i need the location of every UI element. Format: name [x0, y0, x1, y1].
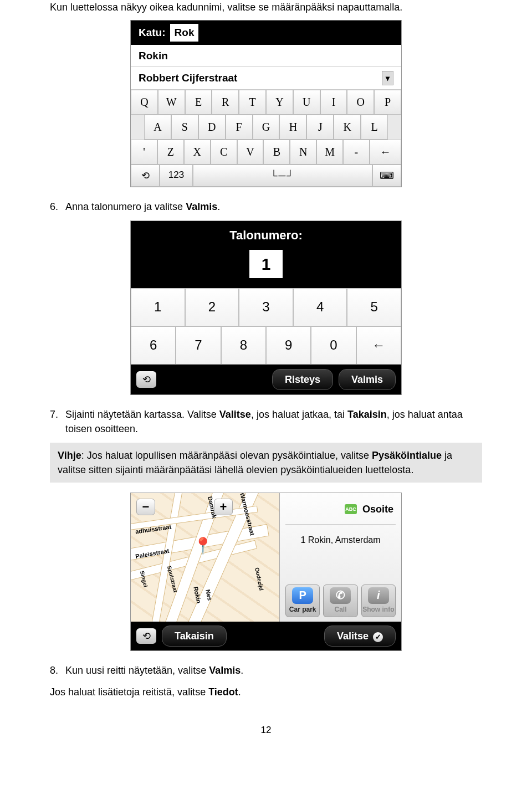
key-e[interactable]: E	[185, 90, 212, 115]
pushpin-icon: 📍	[193, 534, 213, 557]
select-button[interactable]: Valitse✓	[324, 626, 396, 647]
num-1[interactable]: 1	[131, 288, 185, 326]
call-tile[interactable]: ✆ Call	[323, 585, 357, 617]
text: Jos haluat lisätietoja reitistä, valitse	[50, 686, 208, 698]
step-6: 6. Anna talonumero ja valitse Valmis.	[50, 199, 482, 214]
suggestion-text: Rokin	[139, 48, 168, 64]
bold-term: Tiedot	[208, 686, 238, 698]
key-u[interactable]: U	[293, 90, 320, 115]
info-icon: i	[368, 587, 389, 604]
key-l[interactable]: L	[361, 115, 388, 140]
screenshot-numpad-wrap: Talonumero: 1 1 2 3 4 5 6 7 8 9 0 ← ⟲ R	[50, 221, 482, 395]
step-text: Kun uusi reitti näytetään, valitse Valmi…	[65, 663, 482, 678]
suggestion-row[interactable]: Rokin	[131, 45, 401, 68]
text: , jos haluat jatkaa, tai	[251, 409, 347, 420]
key-apos[interactable]: '	[131, 140, 157, 165]
num-6[interactable]: 6	[131, 326, 176, 365]
key-r[interactable]: R	[212, 90, 239, 115]
step-number: 6.	[50, 199, 65, 214]
zoom-out-button[interactable]: −	[136, 499, 155, 515]
key-c[interactable]: C	[211, 140, 237, 165]
select-button-label: Valitse	[337, 630, 369, 642]
text: Anna talonumero ja valitse	[65, 201, 186, 212]
back-icon[interactable]: ⟲	[136, 628, 156, 644]
num-9[interactable]: 9	[266, 326, 311, 365]
key-i[interactable]: I	[320, 90, 347, 115]
numpad-footer: ⟲ Risteys Valmis	[131, 365, 401, 394]
suggestion-list: Rokin Robbert Cijferstraat ▾	[131, 45, 401, 90]
key-o[interactable]: O	[347, 90, 374, 115]
num-2[interactable]: 2	[185, 288, 239, 326]
panel-header: ABC Osoite	[285, 498, 396, 525]
text: .	[238, 686, 241, 698]
num-backspace[interactable]: ←	[356, 326, 401, 365]
step-text: Anna talonumero ja valitse Valmis.	[65, 199, 482, 214]
key-d[interactable]: D	[198, 115, 226, 140]
keyboard-layout-icon[interactable]: ⌨	[372, 165, 401, 187]
key-b[interactable]: B	[263, 140, 290, 165]
key-m[interactable]: M	[316, 140, 343, 165]
phone-icon: ✆	[330, 587, 351, 604]
back-icon[interactable]: ⟲	[136, 371, 156, 388]
house-number-header: Talonumero: 1	[131, 221, 401, 288]
key-s[interactable]: S	[171, 115, 198, 140]
num-3[interactable]: 3	[239, 288, 293, 326]
key-y[interactable]: Y	[266, 90, 293, 115]
crossing-button[interactable]: Risteys	[272, 369, 333, 390]
check-icon: ✓	[373, 632, 383, 642]
numeric-mode-key[interactable]: 123	[160, 165, 193, 187]
key-t[interactable]: T	[239, 90, 266, 115]
tile-label: Show info	[362, 605, 394, 614]
dropdown-icon[interactable]: ▾	[382, 71, 393, 85]
num-4[interactable]: 4	[293, 288, 347, 326]
showinfo-tile[interactable]: i Show info	[361, 585, 396, 617]
text: .	[241, 665, 243, 676]
parking-icon: P	[292, 587, 313, 604]
road-label: Rokin	[191, 586, 203, 604]
done-button[interactable]: Valmis	[339, 369, 396, 390]
screenshot-keyboard: Katu: Rok Rokin Robbert Cijferstraat ▾ Q…	[130, 20, 402, 187]
qwerty-keyboard: Q W E R T Y U I O P A S D F G H J K L	[131, 90, 401, 187]
intro-para: Kun luettelossa näkyy oikea kadunnimi, v…	[50, 0, 482, 14]
key-h[interactable]: H	[279, 115, 306, 140]
key-w[interactable]: W	[158, 90, 185, 115]
back-icon[interactable]: ⟲	[131, 165, 160, 187]
house-number-value[interactable]: 1	[249, 250, 283, 279]
numeric-keypad: 1 2 3 4 5 6 7 8 9 0 ←	[131, 288, 401, 365]
key-backspace[interactable]: ←	[370, 140, 401, 165]
spacebar-key[interactable]: └─┘	[193, 165, 372, 187]
key-n[interactable]: N	[290, 140, 316, 165]
back-button[interactable]: Takaisin	[162, 626, 227, 647]
num-0[interactable]: 0	[311, 326, 356, 365]
num-7[interactable]: 7	[176, 326, 221, 365]
hint-text-a: : Jos haluat lopullisen määränpääsi olev…	[81, 450, 372, 461]
key-v[interactable]: V	[237, 140, 264, 165]
key-f[interactable]: F	[226, 115, 253, 140]
key-x[interactable]: X	[184, 140, 211, 165]
zoom-in-button[interactable]: +	[214, 499, 233, 515]
bold-term: Valitse	[219, 409, 251, 420]
key-p[interactable]: P	[374, 90, 401, 115]
text: Sijainti näytetään kartassa. Valitse	[65, 409, 219, 420]
key-k[interactable]: K	[334, 115, 361, 140]
key-a[interactable]: A	[144, 115, 171, 140]
screenshot-keyboard-wrap: Katu: Rok Rokin Robbert Cijferstraat ▾ Q…	[50, 20, 482, 187]
carpark-tile[interactable]: P Car park	[285, 585, 320, 617]
num-8[interactable]: 8	[221, 326, 266, 365]
side-panel: ABC Osoite 1 Rokin, Amsterdam P Car park…	[279, 493, 401, 622]
map-canvas[interactable]: adhuisstraat Paleisstraat Damrak Warmoes…	[131, 493, 279, 622]
key-z[interactable]: Z	[157, 140, 184, 165]
abc-icon: ABC	[345, 504, 357, 514]
num-5[interactable]: 5	[347, 288, 401, 326]
hint-box: Vihje: Jos haluat lopullisen määränpääsi…	[50, 443, 482, 483]
street-field-value[interactable]: Rok	[170, 24, 199, 42]
key-j[interactable]: J	[306, 115, 334, 140]
map-footer: ⟲ Takaisin Valitse✓	[131, 622, 401, 650]
screenshot-numpad: Talonumero: 1 1 2 3 4 5 6 7 8 9 0 ← ⟲ R	[130, 221, 402, 395]
key-dash[interactable]: -	[343, 140, 370, 165]
suggestion-row[interactable]: Robbert Cijferstraat ▾	[131, 67, 401, 90]
step-7: 7. Sijainti näytetään kartassa. Valitse …	[50, 407, 482, 436]
key-g[interactable]: G	[253, 115, 280, 140]
key-q[interactable]: Q	[131, 90, 158, 115]
street-search-header: Katu: Rok	[131, 20, 401, 45]
